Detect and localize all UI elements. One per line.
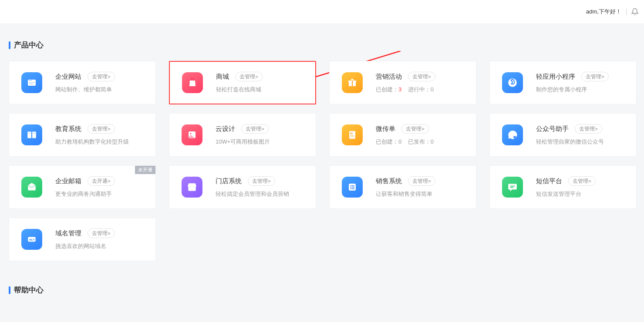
card-desc: 轻松打造在线商城 xyxy=(216,86,307,94)
svg-rect-17 xyxy=(350,132,353,134)
divider: | xyxy=(626,8,627,16)
svg-rect-28 xyxy=(510,186,515,187)
svg-rect-10 xyxy=(352,80,353,86)
card-sms-platform[interactable]: 短信平台 去管理> 短信发送管理平台 xyxy=(489,165,637,209)
card-title: 企业邮箱 xyxy=(55,177,81,185)
user-greeting: adm,下午好！ xyxy=(586,8,621,16)
shopping-bag-icon xyxy=(182,72,203,93)
svg-rect-7 xyxy=(29,84,33,84)
card-title: 商城 xyxy=(216,73,229,81)
notification-icon[interactable] xyxy=(631,8,639,16)
svg-point-15 xyxy=(190,133,192,134)
section-title-help: 帮助中心 xyxy=(9,285,635,295)
card-desc: 挑选喜欢的网站域名 xyxy=(55,242,148,250)
card-mall[interactable]: 商城 去管理> 轻松打造在线商城 xyxy=(169,61,316,104)
card-stats: 已创建：3 进行中：0 xyxy=(376,86,468,94)
card-title: 云设计 xyxy=(216,125,235,133)
manage-button[interactable]: 去管理> xyxy=(88,228,115,238)
svg-rect-24 xyxy=(350,187,351,188)
svg-rect-12 xyxy=(28,133,30,134)
card-sales-system[interactable]: 销售系统 去管理> 让获客和销售变得简单 xyxy=(329,165,476,209)
card-title: 域名管理 xyxy=(55,229,81,238)
card-cloud-design[interactable]: 云设计 去管理> 10W+可商用模板图片 xyxy=(169,113,316,157)
card-desc: 网站制作、维护都简单 xyxy=(55,86,148,94)
card-domain-management[interactable]: w.= 域名管理 去管理> 挑选喜欢的网站域名 xyxy=(9,218,156,261)
card-desc: 更专业的商务沟通助手 xyxy=(55,190,148,198)
manage-button[interactable]: 去管理> xyxy=(248,176,275,186)
manage-button[interactable]: 去管理> xyxy=(401,124,429,134)
svg-point-4 xyxy=(30,80,31,81)
not-open-badge: 未开通 xyxy=(135,166,155,174)
store-icon xyxy=(182,177,202,198)
card-title: 门店系统 xyxy=(216,177,242,185)
card-marketing[interactable]: 营销活动 去管理> 已创建：3 进行中：0 xyxy=(329,61,476,104)
image-icon xyxy=(182,124,202,145)
card-title: 企业网站 xyxy=(55,73,81,81)
card-stats: 已创建：0 已发布：0 xyxy=(376,138,468,146)
domain-icon: w.= xyxy=(21,229,42,250)
card-title: 短信平台 xyxy=(536,177,562,185)
miniapp-icon xyxy=(502,72,523,93)
card-title: 销售系统 xyxy=(376,177,402,185)
svg-rect-26 xyxy=(350,188,351,189)
card-mini-program[interactable]: 轻应用小程序 去管理> 制作您的专属小程序 xyxy=(489,61,637,104)
card-title: 公众号助手 xyxy=(536,125,569,133)
svg-rect-6 xyxy=(29,82,35,83)
card-education[interactable]: 教育系统 去管理> 助力教培机构数字化转型升级 xyxy=(9,113,156,157)
card-wechat-assistant[interactable]: 公众号助手 去管理> 轻松管理自家的微信公众号 xyxy=(489,113,637,157)
svg-rect-13 xyxy=(33,133,35,134)
svg-text:w.=: w.= xyxy=(29,238,35,242)
manage-button[interactable]: 去管理> xyxy=(241,124,269,134)
website-icon xyxy=(21,72,42,93)
manage-button[interactable]: 去管理> xyxy=(88,124,115,134)
svg-rect-29 xyxy=(510,187,514,188)
svg-rect-23 xyxy=(351,185,354,186)
manage-button[interactable]: 去管理> xyxy=(408,72,435,81)
manage-button[interactable]: 去管理> xyxy=(88,72,115,81)
svg-point-5 xyxy=(31,80,32,81)
top-bar: adm,下午好！ | xyxy=(0,0,644,24)
svg-rect-22 xyxy=(350,185,351,186)
svg-rect-16 xyxy=(349,131,355,139)
card-title: 轻应用小程序 xyxy=(536,73,575,81)
card-store-system[interactable]: 门店系统 去管理> 轻松搞定会员管理和会员营销 xyxy=(169,165,316,209)
card-micro-flyer[interactable]: 微传单 去管理> 已创建：0 已发布：0 xyxy=(329,113,476,157)
flyer-icon xyxy=(342,124,363,145)
section-title-products: 产品中心 xyxy=(9,40,635,50)
wechat-icon xyxy=(502,124,523,145)
svg-rect-19 xyxy=(350,137,354,138)
svg-rect-25 xyxy=(351,187,354,188)
manage-button[interactable]: 去管理> xyxy=(581,72,609,81)
card-desc: 轻松管理自家的微信公众号 xyxy=(536,138,628,146)
message-icon xyxy=(502,177,523,198)
card-title: 教育系统 xyxy=(55,125,81,133)
manage-button[interactable]: 去管理> xyxy=(235,72,263,81)
product-grid: 企业网站 去管理> 网站制作、维护都简单 商城 去管理> 轻松打造在线商城 xyxy=(9,61,635,261)
book-icon xyxy=(21,124,42,145)
gift-icon xyxy=(342,72,363,93)
manage-button[interactable]: 去管理> xyxy=(568,176,596,186)
svg-rect-27 xyxy=(351,188,354,189)
card-desc: 助力教培机构数字化转型升级 xyxy=(55,138,148,146)
card-enterprise-email[interactable]: 未开通 企业邮箱 去开通> 更专业的商务沟通助手 xyxy=(9,165,156,209)
list-icon xyxy=(342,177,363,198)
manage-button[interactable]: 去管理> xyxy=(408,176,435,186)
card-desc: 轻松搞定会员管理和会员营销 xyxy=(216,190,308,198)
card-desc: 制作您的专属小程序 xyxy=(536,86,628,94)
card-enterprise-website[interactable]: 企业网站 去管理> 网站制作、维护都简单 xyxy=(9,61,156,104)
svg-point-3 xyxy=(29,80,30,81)
card-title: 营销活动 xyxy=(376,73,402,81)
card-desc: 短信发送管理平台 xyxy=(536,190,628,198)
open-button[interactable]: 去开通> xyxy=(88,176,115,186)
card-desc: 10W+可商用模板图片 xyxy=(216,138,308,146)
card-desc: 让获客和销售变得简单 xyxy=(376,190,468,198)
manage-button[interactable]: 去管理> xyxy=(575,124,602,134)
card-title: 微传单 xyxy=(376,125,395,133)
svg-rect-18 xyxy=(350,135,354,136)
mail-icon xyxy=(21,177,42,198)
